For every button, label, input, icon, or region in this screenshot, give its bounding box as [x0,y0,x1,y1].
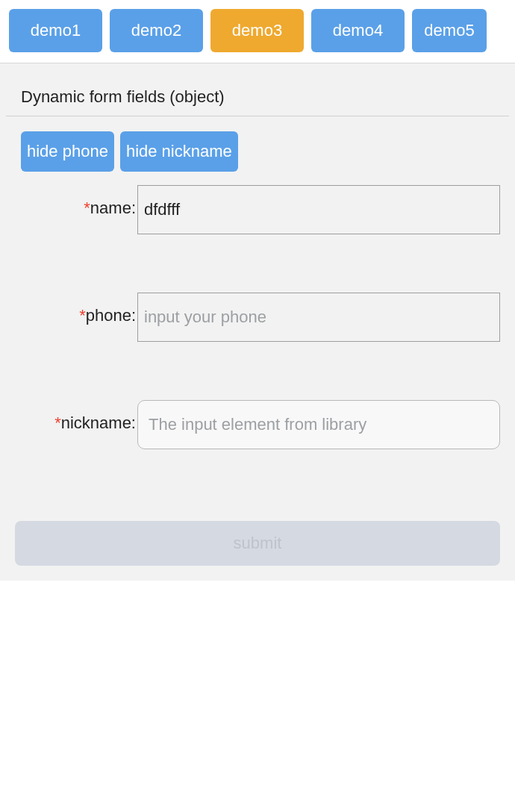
nickname-input[interactable] [137,400,500,449]
nickname-label: *nickname: [15,387,137,433]
page-title: Dynamic form fields (object) [6,63,509,116]
name-label: *name: [15,172,137,218]
form-row-name: *name: [0,172,515,276]
toggle-row: hide phone hide nickname [0,116,515,172]
name-label-text: name: [90,199,136,217]
phone-input[interactable] [137,293,500,342]
name-input-wrap [137,172,500,234]
phone-label-text: phone: [86,306,136,325]
tab-demo3[interactable]: demo3 [210,9,304,52]
form-row-phone: *phone: [0,279,515,384]
phone-label: *phone: [15,279,137,325]
nickname-label-text: nickname: [61,413,136,432]
page-body: Dynamic form fields (object) hide phone … [0,63,515,581]
required-mark: * [54,413,61,432]
required-mark: * [79,306,86,325]
submit-row: submit [0,491,515,581]
required-mark: * [84,199,90,217]
submit-button[interactable]: submit [15,521,500,566]
hide-phone-button[interactable]: hide phone [21,131,114,172]
tab-demo1[interactable]: demo1 [9,9,102,52]
form-row-nickname: *nickname: [0,387,515,491]
tabs-row: demo1 demo2 demo3 demo4 demo5 [0,0,515,63]
tab-demo5[interactable]: demo5 [412,9,487,52]
tab-demo4[interactable]: demo4 [311,9,405,52]
tab-demo2[interactable]: demo2 [110,9,203,52]
nickname-input-wrap [137,387,500,449]
hide-nickname-button[interactable]: hide nickname [120,131,238,172]
phone-input-wrap [137,279,500,342]
name-input[interactable] [137,185,500,234]
